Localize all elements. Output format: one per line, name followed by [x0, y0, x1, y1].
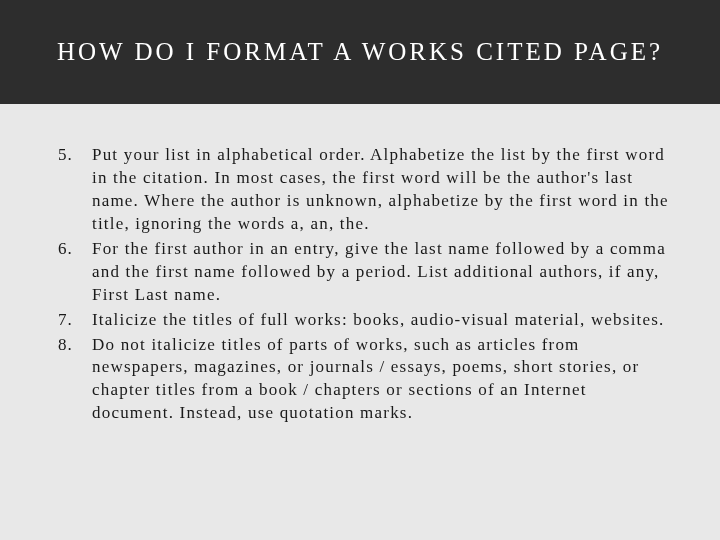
- list-item: Do not italicize titles of parts of work…: [50, 334, 670, 426]
- list-item-text: Put your list in alphabetical order. Alp…: [92, 145, 669, 233]
- list-item-text: Italicize the titles of full works: book…: [92, 310, 665, 329]
- numbered-list: Put your list in alphabetical order. Alp…: [50, 144, 670, 425]
- list-item: Put your list in alphabetical order. Alp…: [50, 144, 670, 236]
- content-area: Put your list in alphabetical order. Alp…: [0, 104, 720, 457]
- list-item: Italicize the titles of full works: book…: [50, 309, 670, 332]
- list-item: For the first author in an entry, give t…: [50, 238, 670, 307]
- header-bar: HOW DO I FORMAT A WORKS CITED PAGE?: [0, 0, 720, 104]
- list-item-text: For the first author in an entry, give t…: [92, 239, 666, 304]
- page-title: HOW DO I FORMAT A WORKS CITED PAGE?: [30, 38, 690, 66]
- list-item-text: Do not italicize titles of parts of work…: [92, 335, 639, 423]
